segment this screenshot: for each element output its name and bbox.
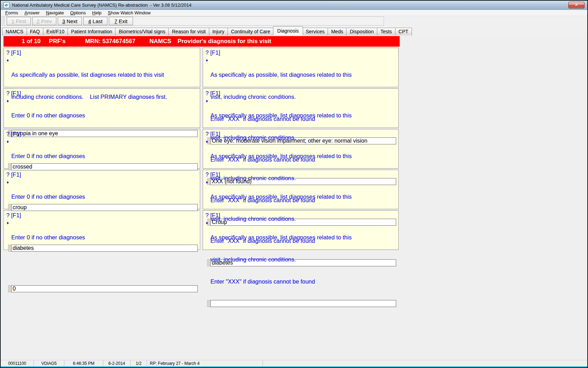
toolbar-gripper[interactable] <box>3 17 5 25</box>
nav-last-button[interactable]: 4 Last <box>83 17 107 25</box>
help-tag: ? [F1] <box>6 90 198 97</box>
tab-continuity-of-care[interactable]: Continuity of Care <box>227 28 274 35</box>
status-page: 1/2 <box>131 360 147 366</box>
tab-patient-information[interactable]: Patient Information <box>68 28 116 35</box>
record-group: PRF's <box>49 38 66 45</box>
bullet-icon: ♦ <box>7 219 9 285</box>
menu-label: S <box>108 10 111 15</box>
survey-label: NAMCS <box>149 38 171 45</box>
close-button[interactable]: ✕ <box>568 2 584 8</box>
button-label: 2 <box>37 18 40 24</box>
menu-forms[interactable]: Forms <box>2 10 21 15</box>
button-label: First <box>14 18 26 24</box>
menu-label: H <box>92 10 95 15</box>
bullet-icon: ♦ <box>206 219 208 300</box>
column-diagnosis-lookup: ? [F1] ♦ As specifically as possible, li… <box>203 48 399 251</box>
diagnosis-panel-left-1: ? [F1] ♦ As specifically as possible, li… <box>4 48 200 87</box>
diagnosis-panel-left-3: ? [F1] ♦ Enter 0 if no other diagnoses <box>4 129 200 169</box>
button-label: Last <box>91 18 103 24</box>
close-icon: ✕ <box>575 2 578 7</box>
button-label: 3 <box>62 18 65 24</box>
help-tag: ? [F1] <box>6 212 198 219</box>
record-banner: 1 of 10 PRF's MRN: 5374674567 NAMCS Prov… <box>4 36 400 47</box>
button-label: Exit <box>117 18 127 24</box>
field-handle <box>207 300 210 307</box>
diagnosis-panel-left-5: ? [F1] ♦ Enter 0 if no other diagnoses <box>4 210 200 250</box>
tab-faq[interactable]: FAQ <box>27 28 43 35</box>
title-bar: National Ambulatory Medical Care Survey … <box>1 1 587 10</box>
nav-next-button[interactable]: 3 Next <box>58 17 82 25</box>
panel-columns: ? [F1] ♦ As specifically as possible, li… <box>4 48 587 251</box>
instruction-line: Enter 0 if no other diagnoses <box>11 112 85 119</box>
tab-bar: NAMCS FAQ Exit/F10 Patient Information B… <box>1 26 587 35</box>
menu-label: F <box>5 10 8 15</box>
diagnosis-panel-left-2: ? [F1] ♦ Enter 0 if no other diagnoses <box>4 88 200 128</box>
toolbar: 1 First 2 Prev 3 Next 4 Last 7 Exit <box>1 16 587 26</box>
diagnosis-panel-right-3: ? [F1] ♦ As specifically as possible, li… <box>203 129 399 169</box>
tab-services[interactable]: Services <box>302 28 328 35</box>
instruction-line: Enter 0 if no other diagnoses <box>11 234 85 241</box>
menu-label: avigate <box>49 10 64 15</box>
instruction-line: As specifically as possible, list diagno… <box>11 71 167 79</box>
input-row <box>8 285 198 292</box>
tab-namcs[interactable]: NAMCS <box>2 28 27 35</box>
banner-title: Provider's diagnosis for this visit <box>177 38 271 45</box>
menu-label: nswer <box>28 10 40 15</box>
exit-button[interactable]: 7 Exit <box>109 17 133 25</box>
menu-label: how Watch Window <box>111 10 151 15</box>
menu-label: O <box>70 10 74 15</box>
tab-meds[interactable]: Meds <box>328 28 346 35</box>
menu-navigate[interactable]: Navigate <box>43 10 67 15</box>
instruction: ♦ Enter 0 if no other diagnoses <box>6 219 198 285</box>
tab-tests[interactable]: Tests <box>377 28 396 35</box>
tab-biometrics-vital-signs[interactable]: Biometrics/Vital signs <box>115 28 169 35</box>
menu-answer[interactable]: Answer <box>21 10 43 15</box>
nav-first-button[interactable]: 1 First <box>7 17 31 25</box>
instruction-line: As specifically as possible, list diagno… <box>210 112 352 119</box>
help-tag: ? [F1] <box>6 171 198 178</box>
nav-prev-button[interactable]: 2 Prev <box>32 17 56 25</box>
app-icon <box>4 2 9 8</box>
form-area: 1 of 10 PRF's MRN: 5374674567 NAMCS Prov… <box>1 35 587 360</box>
status-record-id: 00011100 <box>1 360 34 366</box>
app-window: National Ambulatory Medical Care Survey … <box>0 0 588 368</box>
diagnosis-text-input-5[interactable] <box>11 285 198 292</box>
mrn-label: MRN: 5374674567 <box>85 38 135 45</box>
tab-injury[interactable]: Injury <box>209 28 228 35</box>
menu-show-watch-window[interactable]: Show Watch Window <box>105 10 154 15</box>
tab-disposition[interactable]: Disposition <box>346 28 377 35</box>
instruction-line: As specifically as possible, list diagno… <box>210 234 352 241</box>
help-tag: ? [F1] <box>6 49 198 56</box>
diagnosis-panel-right-5: ? [F1] ♦ As specifically as possible, li… <box>203 210 399 250</box>
menu-label: ptions <box>74 10 86 15</box>
button-label: 1 <box>12 18 14 24</box>
help-tag: ? [F1] <box>205 130 397 137</box>
instruction-line: visit, including chronic conditions. <box>210 256 352 263</box>
tab-exit-f10[interactable]: Exit/F10 <box>43 28 68 35</box>
diagnosis-panel-right-1: ? [F1] ♦ As specifically as possible, li… <box>203 48 399 87</box>
instruction-line: As specifically as possible, list diagno… <box>210 152 352 160</box>
tab-diagnosis[interactable]: Diagnosis <box>273 26 303 35</box>
instruction-line: As specifically as possible, list diagno… <box>210 193 352 200</box>
menu-options[interactable]: Options <box>67 10 89 15</box>
tab-reason-for-visit[interactable]: Reason for visit <box>168 28 209 35</box>
menu-label: elp <box>96 10 102 15</box>
help-tag: ? [F1] <box>205 171 397 178</box>
tab-cpt[interactable]: CPT <box>395 28 412 35</box>
status-date: 6-2-2014 <box>103 360 131 366</box>
instruction-line: Enter 0 if no other diagnoses <box>11 193 85 200</box>
window-title: National Ambulatory Medical Care Survey … <box>12 2 191 8</box>
diagnosis-lookup-input-5[interactable] <box>210 300 396 307</box>
diagnosis-panel-right-2: ? [F1] ♦ As specifically as possible, li… <box>203 88 399 128</box>
status-filler <box>263 360 587 366</box>
status-field-name: VDIAG5 <box>34 360 64 366</box>
instruction: ♦ As specifically as possible, list diag… <box>205 219 397 300</box>
instruction-line: Enter "XXX" if diagnosis cannot be found <box>210 278 352 285</box>
menu-label: N <box>46 10 49 15</box>
window-frame-accent <box>1 366 587 367</box>
status-reporting-period: RP: February 27 - March 4 <box>147 360 263 366</box>
status-bar: 00011100 VDIAG5 6:46:35 PM 6-2-2014 1/2 … <box>1 360 587 366</box>
input-row <box>207 300 396 307</box>
menu-help[interactable]: Help <box>89 10 105 15</box>
column-diagnosis-text: ? [F1] ♦ As specifically as possible, li… <box>4 48 200 251</box>
